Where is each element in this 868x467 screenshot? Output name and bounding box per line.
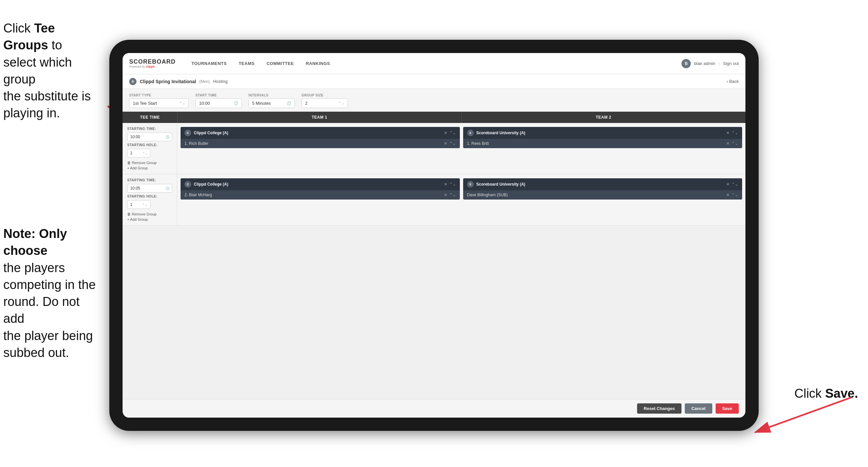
- starting-time-label-1: STARTING TIME:: [127, 178, 172, 182]
- start-time-input[interactable]: 10:00 🕐: [195, 98, 242, 108]
- logo-scoreboard: SCOREBOARD: [129, 59, 176, 65]
- starting-time-input-0[interactable]: 10:00 🕐: [127, 133, 172, 141]
- logo-powered: Powered by clippd: [129, 65, 176, 68]
- team1-x-1[interactable]: ✕: [444, 182, 447, 186]
- player-expand-1-1-1[interactable]: ⌃⌄: [449, 193, 456, 197]
- cancel-button[interactable]: Cancel: [685, 403, 712, 414]
- group-row-1: STARTING TIME: 10:05 🕐 STARTING HOLE: 1 …: [123, 174, 745, 226]
- group-size-group: Group Size 2 ⌃⌄: [302, 93, 348, 108]
- intervals-value: 5 Minutes: [252, 101, 271, 106]
- team2-card-0: S Scoreboard University (A) ✕ ⌃⌄ 1. Rees…: [463, 127, 742, 148]
- nav-right: B blair admin | Sign out: [681, 59, 739, 68]
- save-button[interactable]: Save: [716, 403, 739, 414]
- nav-items: TOURNAMENTS TEAMS COMMITTEE RANKINGS: [186, 53, 681, 74]
- intervals-input[interactable]: 5 Minutes 🕐: [248, 98, 295, 108]
- group-row: STARTING TIME: 10:00 🕐 STARTING HOLE: 1 …: [123, 123, 745, 174]
- powered-by-text: Powered by: [129, 65, 146, 68]
- team2-expand-1[interactable]: ⌃⌄: [732, 182, 738, 186]
- team1-x-0[interactable]: ✕: [444, 130, 447, 135]
- group-actions-0: 🗑 Remove Group + Add Group: [127, 161, 172, 170]
- add-group-0[interactable]: + Add Group: [127, 166, 172, 170]
- nav-tournaments[interactable]: TOURNAMENTS: [186, 53, 232, 74]
- team2-card-1: S Scoreboard University (A) ✕ ⌃⌄ Dave Bi…: [463, 178, 742, 200]
- player-x-1-1-1[interactable]: ✕: [444, 193, 447, 197]
- nav-committee[interactable]: COMMITTEE: [260, 53, 300, 74]
- player-controls-1-1-1: ✕ ⌃⌄: [444, 193, 456, 197]
- team-col-1-2: S Scoreboard University (A) ✕ ⌃⌄ Dave Bi…: [463, 178, 742, 222]
- team-col-0-2: S Scoreboard University (A) ✕ ⌃⌄ 1. Rees…: [463, 127, 742, 170]
- hosting-label: Hosting: [213, 79, 227, 84]
- team1-name-0: Clippd College (A): [194, 130, 441, 135]
- player-expand-1-2-1[interactable]: ⌃⌄: [732, 193, 738, 197]
- start-type-value: 1st Tee Start: [133, 101, 157, 106]
- player-name-0-2-1: 1. Rees Britt: [467, 141, 724, 146]
- note-line2: the players: [3, 261, 65, 275]
- group-size-label: Group Size: [302, 93, 348, 97]
- team1-card-0: C Clippd College (A) ✕ ⌃⌄ 1. Rich Butler: [181, 127, 460, 148]
- starting-time-input-1[interactable]: 10:05 🕐: [127, 184, 172, 193]
- nav-teams[interactable]: TEAMS: [232, 53, 260, 74]
- bottom-bar: Reset Changes Cancel Save: [123, 399, 745, 418]
- team2-expand-0[interactable]: ⌃⌄: [732, 130, 738, 135]
- starting-hole-input-0[interactable]: 1 ⌃⌄: [127, 149, 150, 157]
- reset-changes-button[interactable]: Reset Changes: [637, 403, 681, 414]
- top-nav: SCOREBOARD Powered by clippd TOURNAMENTS…: [123, 53, 745, 74]
- back-link[interactable]: ‹ Back: [726, 79, 739, 84]
- team2-x-0[interactable]: ✕: [726, 130, 730, 135]
- player-x-0-2-1[interactable]: ✕: [726, 141, 730, 146]
- add-group-1[interactable]: + Add Group: [127, 217, 172, 222]
- clippd-text: clippd: [146, 65, 155, 68]
- breadcrumb-bar: B Clippd Spring Invitational (Men) Hosti…: [123, 74, 745, 89]
- team1-avatar-1: C: [185, 181, 191, 187]
- start-time-value: 10:00: [199, 101, 210, 106]
- group-size-value: 2: [305, 101, 307, 106]
- remove-group-0[interactable]: 🗑 Remove Group: [127, 161, 172, 165]
- team1-expand-1[interactable]: ⌃⌄: [449, 182, 456, 186]
- table-header: Tee Time Team 1 Team 2: [123, 112, 745, 123]
- group-actions-1: 🗑 Remove Group + Add Group: [127, 212, 172, 222]
- instruction-line1: Click: [3, 21, 34, 35]
- instruction-line5: playing in.: [3, 106, 60, 120]
- player-x-0-1-1[interactable]: ✕: [444, 141, 447, 146]
- team2-avatar-0: S: [467, 129, 474, 136]
- starting-hole-label-1: STARTING HOLE:: [127, 195, 172, 198]
- note-prefix: Note:: [3, 227, 39, 241]
- starting-hole-input-1[interactable]: 1 ⌃⌄: [127, 200, 150, 209]
- player-expand-0-1-1[interactable]: ⌃⌄: [449, 141, 456, 146]
- team-col-1-1: C Clippd College (A) ✕ ⌃⌄ 2. Blair McHar…: [181, 178, 460, 222]
- player-name-1-1-1: 2. Blair McHarg: [185, 193, 441, 197]
- player-row-0-1-1: 1. Rich Butler ✕ ⌃⌄: [181, 139, 460, 148]
- team1-avatar-0: C: [185, 129, 191, 136]
- logo-area: SCOREBOARD Powered by clippd: [129, 59, 176, 68]
- player-controls-0-2-1: ✕ ⌃⌄: [726, 141, 738, 146]
- starting-hole-label-0: STARTING HOLE:: [127, 143, 172, 147]
- nav-rankings[interactable]: RANKINGS: [300, 53, 336, 74]
- team2-x-1[interactable]: ✕: [726, 182, 730, 186]
- start-time-arrow: 🕐: [234, 101, 238, 106]
- player-expand-0-2-1[interactable]: ⌃⌄: [732, 141, 738, 146]
- settings-row: Start Type 1st Tee Start ⌃⌄ Start Time 1…: [123, 89, 745, 112]
- note-line6: subbed out.: [3, 346, 69, 360]
- start-type-label: Start Type: [129, 93, 189, 97]
- player-x-1-2-1[interactable]: ✕: [726, 193, 730, 197]
- breadcrumb-left: B Clippd Spring Invitational (Men) Hosti…: [129, 78, 227, 85]
- start-type-arrow: ⌃⌄: [179, 101, 185, 106]
- team1-expand-0[interactable]: ⌃⌄: [449, 130, 456, 135]
- th-team2: Team 2: [462, 112, 746, 123]
- tournament-name: Clippd Spring Invitational: [140, 79, 196, 84]
- sign-out-link[interactable]: Sign out: [723, 61, 739, 66]
- note-line5: the player being: [3, 329, 93, 343]
- start-time-group: Start Time 10:00 🕐: [195, 93, 242, 108]
- team2-avatar-1: S: [467, 181, 474, 187]
- th-team1: Team 1: [177, 112, 462, 123]
- th-tee-time: Tee Time: [123, 112, 177, 123]
- nav-user: blair admin: [694, 61, 715, 66]
- team-col-0-1: C Clippd College (A) ✕ ⌃⌄ 1. Rich Butler: [181, 127, 460, 170]
- remove-group-1[interactable]: 🗑 Remove Group: [127, 212, 172, 216]
- group-size-input[interactable]: 2 ⌃⌄: [302, 98, 348, 108]
- start-type-group: Start Type 1st Tee Start ⌃⌄: [129, 93, 189, 108]
- intervals-label: Intervals: [248, 93, 295, 97]
- intervals-group: Intervals 5 Minutes 🕐: [248, 93, 295, 108]
- table-content: STARTING TIME: 10:00 🕐 STARTING HOLE: 1 …: [123, 123, 745, 399]
- start-type-input[interactable]: 1st Tee Start ⌃⌄: [129, 98, 189, 108]
